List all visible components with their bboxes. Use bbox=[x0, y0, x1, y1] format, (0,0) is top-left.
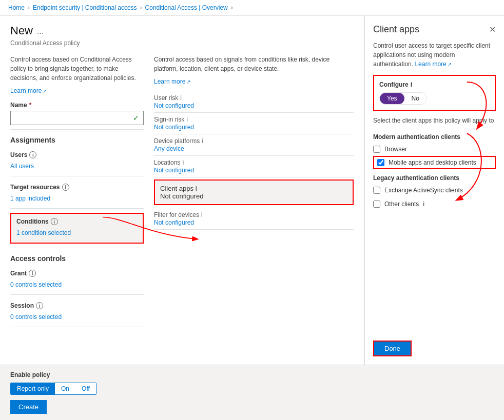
name-input[interactable]: Test policy for Microsoft 365 email bbox=[15, 114, 133, 122]
conditions-value[interactable]: 1 condition selected bbox=[16, 227, 138, 238]
filter-devices-value[interactable]: Not configured bbox=[154, 219, 194, 226]
client-apps-box[interactable]: Client apps i Not configured bbox=[154, 179, 354, 205]
no-button[interactable]: No bbox=[404, 93, 427, 104]
left-description: Control access based on Conditional Acce… bbox=[10, 55, 144, 83]
enable-policy-bar: Enable policy Report-only On Off Create bbox=[0, 365, 504, 420]
left-panel: New ... Conditional Access policy Contro… bbox=[0, 16, 364, 365]
name-checkmark: ✓ bbox=[133, 114, 139, 122]
configure-info-icon: i bbox=[411, 81, 412, 88]
target-resources-value[interactable]: 1 app included bbox=[10, 193, 144, 204]
done-button-wrapper: Done bbox=[373, 341, 412, 356]
name-label: Name * bbox=[10, 102, 144, 109]
client-apps-value[interactable]: Not configured bbox=[160, 192, 204, 200]
mobile-checkbox-row: Mobile apps and desktop clients bbox=[373, 156, 496, 169]
session-label: Session i bbox=[10, 302, 144, 309]
right-description: Control access based on signals from con… bbox=[154, 55, 354, 73]
close-button[interactable]: ✕ bbox=[489, 25, 496, 34]
breadcrumb-ca[interactable]: Conditional Access | Overview bbox=[145, 4, 228, 11]
conditions-info-icon: i bbox=[51, 218, 58, 225]
browser-checkbox-row: Browser bbox=[373, 143, 496, 156]
page-title: New bbox=[10, 24, 33, 37]
signin-risk-row: Sign-in risk i Not configured bbox=[154, 113, 354, 134]
left-learn-more[interactable]: Learn more ↗ bbox=[10, 87, 47, 94]
report-only-button[interactable]: Report-only bbox=[11, 383, 55, 394]
device-platforms-row: Device platforms i Any device bbox=[154, 134, 354, 156]
policy-toggle-group: Report-only On Off bbox=[10, 383, 96, 395]
done-button[interactable]: Done bbox=[374, 342, 411, 355]
session-info-icon: i bbox=[36, 302, 43, 309]
off-button[interactable]: Off bbox=[75, 383, 96, 394]
assignments-title: Assignments bbox=[10, 136, 144, 144]
exchange-checkbox[interactable] bbox=[373, 187, 380, 194]
target-resources-info-icon: i bbox=[62, 184, 69, 191]
configure-label: Configure i bbox=[379, 81, 490, 88]
other-info-icon: i bbox=[423, 200, 424, 208]
breadcrumb-endpoint[interactable]: Endpoint security | Conditional access bbox=[33, 4, 137, 11]
access-controls-title: Access controls bbox=[10, 254, 144, 263]
mobile-label[interactable]: Mobile apps and desktop clients bbox=[389, 159, 476, 166]
user-risk-value[interactable]: Not configured bbox=[154, 102, 194, 109]
device-platforms-value[interactable]: Any device bbox=[154, 145, 184, 152]
filter-devices-row: Filter for devices i Not configured bbox=[154, 208, 354, 230]
session-value[interactable]: 0 controls selected bbox=[10, 311, 144, 323]
target-resources-label: Target resources i bbox=[10, 184, 144, 191]
on-button[interactable]: On bbox=[55, 383, 75, 394]
breadcrumb: Home › Endpoint security | Conditional a… bbox=[0, 0, 504, 16]
locations-value[interactable]: Not configured bbox=[154, 167, 194, 174]
panel-learn-more[interactable]: Learn more ↗ bbox=[415, 59, 451, 69]
page-title-ellipsis: ... bbox=[37, 27, 44, 36]
exchange-label[interactable]: Exchange ActiveSync clients bbox=[384, 187, 463, 194]
client-apps-panel: Client apps ✕ Control user access to tar… bbox=[364, 16, 504, 365]
done-section: Done bbox=[373, 332, 496, 356]
configure-section: Configure i Yes No bbox=[373, 75, 496, 111]
filter-devices-info: i bbox=[201, 211, 203, 218]
locations-info: i bbox=[182, 159, 184, 166]
breadcrumb-home[interactable]: Home bbox=[8, 4, 25, 11]
panel-title: Client apps bbox=[373, 24, 419, 35]
exchange-checkbox-row: Exchange ActiveSync clients bbox=[373, 184, 496, 197]
conditions-label: Conditions i bbox=[16, 218, 138, 225]
grant-value[interactable]: 0 controls selected bbox=[10, 279, 144, 290]
other-checkbox-row: Other clients i bbox=[373, 197, 496, 211]
user-risk-info: i bbox=[180, 94, 182, 102]
yes-button[interactable]: Yes bbox=[380, 93, 404, 104]
users-value[interactable]: All users bbox=[10, 161, 144, 172]
signin-risk-value[interactable]: Not configured bbox=[154, 124, 194, 131]
mobile-checkbox[interactable] bbox=[377, 159, 384, 166]
apply-label: Select the client apps this policy will … bbox=[373, 117, 496, 124]
users-label: Users i bbox=[10, 151, 144, 158]
name-input-wrapper[interactable]: Test policy for Microsoft 365 email ✓ bbox=[10, 111, 144, 125]
browser-label[interactable]: Browser bbox=[384, 146, 407, 153]
grant-info-icon: i bbox=[29, 270, 36, 277]
locations-row: Locations i Not configured bbox=[154, 156, 354, 177]
conditions-section: User risk i Not configured Sign-in risk … bbox=[154, 91, 354, 230]
modern-auth-title: Modern authentication clients bbox=[373, 133, 496, 141]
legacy-auth-title: Legacy authentication clients bbox=[373, 174, 496, 182]
panel-description: Control user access to target specific c… bbox=[373, 41, 496, 69]
browser-checkbox[interactable] bbox=[373, 146, 380, 153]
user-risk-row: User risk i Not configured bbox=[154, 91, 354, 113]
conditions-box[interactable]: Conditions i 1 condition selected bbox=[10, 213, 144, 244]
enable-policy-label: Enable policy bbox=[10, 371, 494, 378]
yes-no-toggle: Yes No bbox=[379, 92, 427, 105]
signin-risk-info: i bbox=[186, 116, 188, 123]
page-subtitle: Conditional Access policy bbox=[10, 39, 354, 47]
other-checkbox[interactable] bbox=[373, 201, 380, 208]
panel-header: Client apps ✕ bbox=[373, 24, 496, 35]
right-learn-more[interactable]: Learn more ↗ bbox=[154, 78, 190, 85]
users-info-icon: i bbox=[29, 151, 36, 158]
other-label[interactable]: Other clients bbox=[384, 201, 419, 208]
create-button[interactable]: Create bbox=[10, 400, 47, 414]
client-apps-info: i bbox=[196, 185, 197, 192]
grant-label: Grant i bbox=[10, 270, 144, 277]
device-platforms-info: i bbox=[202, 137, 203, 145]
